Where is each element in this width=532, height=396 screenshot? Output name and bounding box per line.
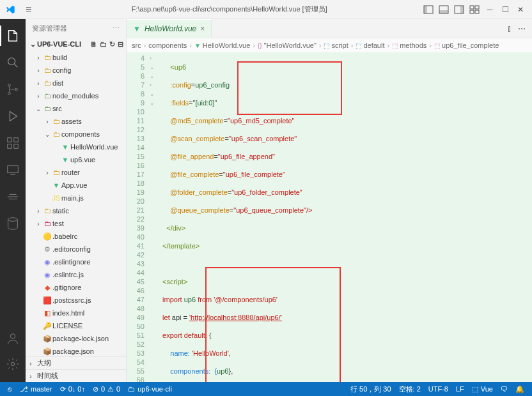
file-eslintignore[interactable]: ◉.eslintignore [26,255,126,268]
svg-rect-14 [8,138,12,142]
new-folder-icon[interactable]: 🗀 [100,40,107,49]
file-up6[interactable]: ▼up6.vue [26,153,126,166]
search-icon[interactable] [0,50,26,75]
new-file-icon[interactable]: 🗎 [90,40,97,49]
folder-dist[interactable]: ›🗀dist [26,77,126,89]
feedback-icon[interactable]: 🗨 [497,385,512,393]
more-actions-icon[interactable]: ⋯ [518,24,526,33]
svg-rect-7 [475,6,479,9]
folder-indicator[interactable]: 🗀 up6-vue-cli [124,385,176,393]
minimize-button[interactable]: ─ [483,3,496,16]
indentation[interactable]: 空格: 2 [395,385,425,394]
project-title[interactable]: ⌄ UP6-VUE-CLI 🗎 🗀 ↻ ⊟ [26,37,126,51]
breadcrumb[interactable]: src› components› ▼HelloWorld.vue› {}"Hel… [127,38,532,52]
svg-point-21 [11,362,15,366]
explorer-icon[interactable] [0,23,26,49]
folder-config[interactable]: ›🗀config [26,64,126,77]
folder-node-modules[interactable]: ›🗀node_modules [26,89,126,102]
sidebar-header: 资源管理器 ⋯ [26,19,126,37]
outline-section[interactable]: ›大纲 [26,356,126,369]
layout-grid-icon[interactable] [468,3,481,16]
folder-assets[interactable]: ›🗀assets [26,115,126,128]
docker-icon[interactable] [0,184,26,209]
titlebar: ≡ F:\asp.net\up6-vue-cli\src\components\… [0,0,532,19]
svg-rect-9 [475,10,479,13]
minimap[interactable] [517,52,532,382]
remote-indicator[interactable]: ⎋ [4,385,16,393]
close-tab-icon[interactable]: × [200,24,205,33]
svg-rect-18 [8,166,19,173]
git-sync[interactable]: ⟳ 0↓ 0↑ [56,385,89,393]
folder-build[interactable]: ›🗀build [26,51,126,64]
activitybar [0,19,26,382]
fold-gutter[interactable]: ›⌄⌄›⌄⌄ [150,52,159,382]
file-tree: ›🗀build ›🗀config ›🗀dist ›🗀node_modules ⌄… [26,51,126,356]
file-gitignore[interactable]: ◆.gitignore [26,281,126,294]
more-icon[interactable]: ⋯ [113,24,120,33]
file-index[interactable]: ◧index.html [26,307,126,319]
file-helloworld[interactable]: ▼HelloWorld.vue [26,141,126,153]
folder-src[interactable]: ⌄🗀src [26,102,126,115]
menu-button[interactable]: ≡ [20,4,36,15]
svg-point-19 [8,218,18,222]
vscode-icon [0,4,20,15]
source-control-icon[interactable] [0,77,26,102]
gutter: 4567891011121314151617181920212239404142… [127,52,150,382]
settings-icon[interactable] [0,351,26,377]
file-babelrc[interactable]: 🟡.babelrc [26,230,126,243]
layout-left-icon[interactable] [422,3,435,16]
refresh-icon[interactable]: ↻ [109,40,115,49]
file-license[interactable]: 🔑LICENSE [26,319,126,332]
file-app[interactable]: ▼App.vue [26,179,126,192]
svg-point-11 [8,84,11,87]
file-postcssrc[interactable]: 🟥.postcssrc.js [26,294,126,307]
window-title: F:\asp.net\up6-vue-cli\src\components\He… [36,4,422,14]
timeline-section[interactable]: ›时间线 [26,369,126,382]
encoding[interactable]: UTF-8 [425,385,452,393]
svg-rect-1 [424,6,427,13]
layout-right-icon[interactable] [453,3,465,16]
svg-point-12 [8,93,11,95]
collapse-icon[interactable]: ⊟ [118,40,123,49]
eol[interactable]: LF [452,385,468,393]
tabs: ▼ HelloWorld.vue × ⫿ ⋯ [127,19,532,38]
split-editor-icon[interactable]: ⫿ [508,24,512,33]
folder-components[interactable]: ⌄🗀components [26,128,126,141]
close-button[interactable]: ✕ [514,3,527,16]
editor: ▼ HelloWorld.vue × ⫿ ⋯ src› components› … [127,19,532,382]
git-branch[interactable]: ⎇ master [16,385,56,393]
svg-rect-8 [470,10,474,13]
svg-rect-17 [14,144,18,148]
statusbar: ⎋ ⎇ master ⟳ 0↓ 0↑ ⊘ 0 ⚠ 0 🗀 up6-vue-cli… [0,382,532,396]
svg-rect-16 [8,144,12,148]
notifications-icon[interactable]: 🔔 [512,385,528,393]
extensions-icon[interactable] [0,130,26,156]
database-icon[interactable] [0,211,26,236]
folder-static[interactable]: ›🗀static [26,204,126,217]
maximize-button[interactable]: ☐ [499,3,512,16]
layout-bottom-icon[interactable] [437,3,450,16]
folder-test[interactable]: ›🗀test [26,217,126,230]
problems[interactable]: ⊘ 0 ⚠ 0 [89,385,124,393]
svg-point-13 [15,88,18,91]
svg-rect-6 [470,6,474,9]
file-editorconfig[interactable]: ⚙.editorconfig [26,243,126,255]
folder-router[interactable]: ›🗀router [26,166,126,179]
file-eslintrc[interactable]: ◉.eslintrc.js [26,268,126,281]
explorer-label: 资源管理器 [32,24,67,33]
remote-icon[interactable] [0,157,26,183]
account-icon[interactable] [0,326,26,351]
file-pkg-lock[interactable]: 📦package-lock.json [26,332,126,345]
svg-rect-3 [439,10,448,13]
sidebar: 资源管理器 ⋯ ⌄ UP6-VUE-CLI 🗎 🗀 ↻ ⊟ ›🗀build ›🗀… [26,19,127,382]
debug-icon[interactable] [0,103,26,129]
file-main[interactable]: JSmain.js [26,192,126,204]
language-mode[interactable]: ⬚ Vue [468,385,497,393]
tab-helloworld[interactable]: ▼ HelloWorld.vue × [127,19,212,38]
code[interactable]: <up6 :config=up6_config :fields="[uid:0]… [159,52,517,382]
svg-point-10 [8,58,15,65]
svg-point-20 [10,334,15,339]
code-area[interactable]: 4567891011121314151617181920212239404142… [127,52,532,382]
file-pkg[interactable]: 📦package.json [26,345,126,356]
cursor-position[interactable]: 行 50，列 30 [347,385,395,394]
